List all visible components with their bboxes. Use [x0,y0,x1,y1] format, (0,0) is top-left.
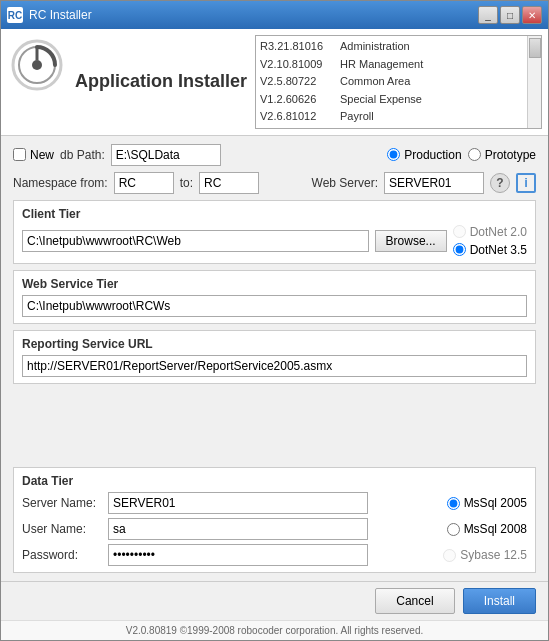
sybase-radio-label[interactable]: Sybase 12.5 [443,548,527,562]
user-name-input[interactable] [108,518,368,540]
app-version: V1.2.60626 [260,91,332,109]
client-tier-input[interactable] [22,230,369,252]
namespace-from-input[interactable] [114,172,174,194]
info-icon[interactable]: i [516,173,536,193]
footer: V2.0.80819 ©1999-2008 robocoder corporat… [1,620,548,640]
prototype-label: Prototype [485,148,536,162]
production-label: Production [404,148,461,162]
new-checkbox[interactable] [13,148,26,161]
minimize-button[interactable]: _ [478,6,498,24]
list-item: V1.2.60626Special Expense [260,91,537,109]
production-radio[interactable] [387,148,400,161]
mssql2008-radio[interactable] [447,523,460,536]
user-name-row: User Name: MsSql 2008 [22,518,527,540]
sybase-label: Sybase 12.5 [460,548,527,562]
svg-point-2 [32,60,42,70]
app-name: Payroll [340,108,374,126]
sybase-radio[interactable] [443,549,456,562]
list-item: R3.21.81016Administration [260,38,537,56]
reporting-service-section: Reporting Service URL [13,330,536,384]
new-label: New [30,148,54,162]
main-content: New db Path: Production Prototype Namesp… [1,136,548,581]
action-bar: Cancel Install [1,581,548,620]
dotnet-group: DotNet 2.0 DotNet 3.5 [453,225,527,257]
app-list: R3.21.81016AdministrationV2.10.81009HR M… [256,36,541,128]
list-item: V2.10.81009HR Management [260,56,537,74]
scrollbar-thumb[interactable] [529,38,541,58]
mssql2005-radio[interactable] [447,497,460,510]
user-name-label: User Name: [22,522,102,536]
db-path-label: db Path: [60,148,105,162]
client-tier-section: Client Tier Browse... DotNet 2.0 DotNet … [13,200,536,264]
db-path-input[interactable] [111,144,221,166]
new-checkbox-label[interactable]: New [13,148,54,162]
footer-text: V2.0.80819 ©1999-2008 robocoder corporat… [126,625,424,636]
web-server-label: Web Server: [312,176,378,190]
dotnet2-radio[interactable] [453,225,466,238]
app-name: Administration [340,38,410,56]
dotnet2-label: DotNet 2.0 [470,225,527,239]
title-bar: RC RC Installer _ □ ✕ [1,1,548,29]
web-service-tier-title: Web Service Tier [22,277,527,291]
mssql2005-radio-label[interactable]: MsSql 2005 [447,496,527,510]
namespace-row: Namespace from: to: Web Server: ? i [13,172,536,194]
cancel-button[interactable]: Cancel [375,588,454,614]
title-bar-icon: RC [7,7,23,23]
prototype-radio[interactable] [468,148,481,161]
app-title: Application Installer [75,35,247,129]
mssql2005-label: MsSql 2005 [464,496,527,510]
app-logo [7,35,67,95]
prototype-radio-label[interactable]: Prototype [468,148,536,162]
dotnet35-radio[interactable] [453,243,466,256]
list-scrollbar[interactable] [527,36,541,128]
production-radio-label[interactable]: Production [387,148,461,162]
header-section: Application Installer R3.21.81016Adminis… [1,29,548,136]
dotnet2-radio-label[interactable]: DotNet 2.0 [453,225,527,239]
reporting-service-input[interactable] [22,355,527,377]
password-row: Password: Sybase 12.5 [22,544,527,566]
reporting-service-title: Reporting Service URL [22,337,527,351]
app-name: HR Management [340,56,423,74]
namespace-to-label: to: [180,176,193,190]
list-item: V2.6.81012Payroll [260,108,537,126]
password-input[interactable] [108,544,368,566]
title-bar-buttons: _ □ ✕ [478,6,542,24]
data-tier-section: Data Tier Server Name: MsSql 2005 User N… [13,467,536,573]
help-icon[interactable]: ? [490,173,510,193]
server-name-label: Server Name: [22,496,102,510]
maximize-button[interactable]: □ [500,6,520,24]
data-tier-title: Data Tier [22,474,527,488]
install-button[interactable]: Install [463,588,536,614]
app-version: R3.21.81016 [260,38,332,56]
mssql2008-label: MsSql 2008 [464,522,527,536]
main-window: RC RC Installer _ □ ✕ Application Instal… [0,0,549,641]
mssql2008-radio-label[interactable]: MsSql 2008 [447,522,527,536]
app-version: V2.6.81012 [260,108,332,126]
new-db-row: New db Path: Production Prototype [13,144,536,166]
app-list-container: R3.21.81016AdministrationV2.10.81009HR M… [255,35,542,129]
client-tier-title: Client Tier [22,207,527,221]
web-service-tier-section: Web Service Tier [13,270,536,324]
server-name-row: Server Name: MsSql 2005 [22,492,527,514]
app-logo-svg [11,39,63,91]
password-label: Password: [22,548,102,562]
list-item: V2.5.80722Common Area [260,73,537,91]
browse-button[interactable]: Browse... [375,230,447,252]
web-service-path-input[interactable] [22,295,527,317]
close-button[interactable]: ✕ [522,6,542,24]
app-version: V2.10.81009 [260,56,332,74]
namespace-to-input[interactable] [199,172,259,194]
title-bar-text: RC Installer [29,8,478,22]
dotnet35-label: DotNet 3.5 [470,243,527,257]
app-version: V2.5.80722 [260,73,332,91]
app-name: Special Expense [340,91,422,109]
dotnet35-radio-label[interactable]: DotNet 3.5 [453,243,527,257]
web-server-input[interactable] [384,172,484,194]
app-name: Common Area [340,73,410,91]
namespace-from-label: Namespace from: [13,176,108,190]
server-name-input[interactable] [108,492,368,514]
client-tier-row: Browse... DotNet 2.0 DotNet 3.5 [22,225,527,257]
